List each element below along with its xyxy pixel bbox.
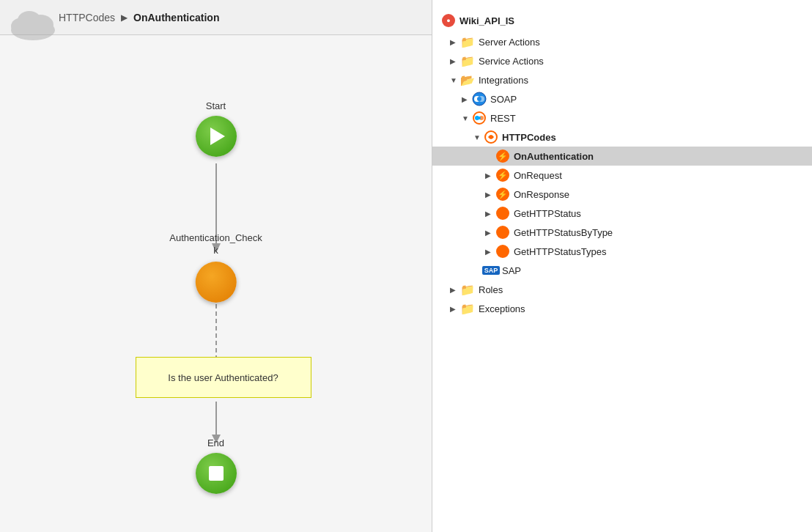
wiki-icon: ●: [442, 14, 455, 27]
left-panel: HTTPCodes ▶ OnAuthentication Start: [0, 0, 432, 532]
breadcrumb-action: OnAuthentication: [133, 12, 219, 23]
comment-box[interactable]: Is the user Authenticated?: [136, 357, 311, 398]
folder-icon-service-actions: 📁: [460, 53, 475, 68]
get-http-status-types-icon: [495, 244, 510, 259]
tree-item-integrations[interactable]: ▼ 📂 Integrations: [432, 70, 812, 89]
end-node: End: [196, 437, 237, 494]
tree-item-on-authentication[interactable]: ▶ ⚡ OnAuthentication: [432, 147, 812, 166]
sap-badge-icon: SAP: [482, 266, 501, 275]
tree-arrow-httpcodes: ▼: [473, 133, 484, 141]
on-response-icon: ⚡: [495, 187, 510, 202]
action-label: Authentication_Checkk: [169, 232, 262, 257]
start-node: Start: [196, 100, 237, 157]
folder-icon-server-actions: 📁: [460, 34, 475, 49]
httpcodes-icon: [484, 130, 498, 144]
get-http-status-types-label: GetHTTPStatusTypes: [514, 246, 606, 257]
tree-item-on-request[interactable]: ▶ ⚡ OnRequest: [432, 166, 812, 185]
bolt-icon-on-request: ⚡: [496, 169, 509, 182]
circle-icon-get-http-status-by-type: [496, 226, 509, 239]
tree-item-get-http-status[interactable]: ▶ GetHTTPStatus: [432, 204, 812, 223]
end-icon: [196, 453, 237, 494]
tree-item-on-response[interactable]: ▶ ⚡ OnResponse: [432, 185, 812, 204]
tree-arrow-get-http-status-by-type: ▶: [485, 229, 495, 237]
bolt-icon-on-response: ⚡: [496, 188, 509, 201]
tree-arrow-server-actions: ▶: [450, 38, 460, 46]
tree-arrow-soap: ▶: [462, 95, 472, 103]
on-request-label: OnRequest: [514, 170, 562, 181]
tree-item-sap[interactable]: ▶ SAP SAP: [432, 261, 812, 280]
folder-icon-roles: 📁: [460, 282, 475, 297]
end-label: End: [207, 437, 224, 448]
on-response-label: OnResponse: [514, 189, 569, 200]
tree-arrow-on-response: ▶: [485, 191, 495, 199]
tree-arrow-get-http-status: ▶: [485, 210, 495, 218]
circle-icon-get-http-status: [496, 207, 509, 220]
bolt-icon-on-auth: ⚡: [496, 149, 509, 163]
get-http-status-label: GetHTTPStatus: [514, 208, 581, 219]
tree-arrow-on-request: ▶: [485, 171, 495, 180]
tree-arrow-rest: ▼: [462, 114, 472, 122]
soap-icon: [472, 92, 487, 106]
get-http-status-by-type-icon: [495, 225, 510, 240]
tree-item-soap[interactable]: ▶ SOAP: [432, 89, 812, 108]
sap-icon: SAP: [484, 263, 498, 278]
rest-label: REST: [490, 113, 516, 124]
tree-item-service-actions[interactable]: ▶ 📁 Service Actions: [432, 51, 812, 70]
right-panel: ● Wiki_API_IS ▶ 📁 Server Actions ▶ 📁 Ser…: [432, 0, 812, 532]
tree-root[interactable]: ● Wiki_API_IS: [432, 6, 812, 32]
tree-arrow-get-http-status-types: ▶: [485, 248, 495, 256]
play-triangle-icon: [210, 128, 225, 145]
root-label: Wiki_API_IS: [459, 15, 514, 26]
flow-diagram: Start Authentication_Checkk Is the user …: [99, 78, 333, 489]
tree-arrow-roles: ▶: [450, 286, 460, 294]
get-http-status-icon: [495, 206, 510, 221]
soap-label: SOAP: [490, 94, 517, 105]
action-icon: [195, 262, 236, 303]
tree-item-get-http-status-types[interactable]: ▶ GetHTTPStatusTypes: [432, 242, 812, 261]
tree-arrow-exceptions: ▶: [450, 305, 460, 313]
circle-icon-get-http-status-types: [496, 245, 509, 258]
server-actions-label: Server Actions: [479, 37, 540, 48]
sap-label: SAP: [502, 265, 521, 276]
svg-point-3: [18, 11, 41, 30]
folder-icon-exceptions: 📁: [460, 301, 475, 316]
start-icon: [196, 116, 237, 157]
exceptions-label: Exceptions: [479, 303, 525, 314]
service-actions-label: Service Actions: [479, 56, 544, 67]
action-node[interactable]: Authentication_Checkk: [169, 232, 262, 303]
root-icon: ●: [441, 13, 456, 28]
tree-item-roles[interactable]: ▶ 📁 Roles: [432, 280, 812, 299]
svg-point-13: [477, 97, 481, 101]
tree-arrow-service-actions: ▶: [450, 57, 460, 65]
tree-arrow-integrations: ▼: [450, 76, 460, 84]
cloud-icon: [7, 4, 51, 34]
svg-point-17: [478, 117, 481, 119]
on-auth-label: OnAuthentication: [514, 151, 594, 162]
start-label: Start: [206, 100, 226, 111]
flow-area: Start Authentication_Checkk Is the user …: [0, 35, 432, 532]
tree-item-rest[interactable]: ▼ REST: [432, 108, 812, 128]
breadcrumb-module: HTTPCodes: [59, 12, 115, 23]
on-request-icon: ⚡: [495, 168, 510, 182]
tree-item-exceptions[interactable]: ▶ 📁 Exceptions: [432, 299, 812, 318]
breadcrumb-separator: ▶: [121, 12, 128, 23]
stop-square-icon: [209, 466, 224, 481]
tree-item-httpcodes[interactable]: ▼ HTTPCodes: [432, 128, 812, 147]
folder-icon-integrations: 📂: [460, 73, 475, 87]
rest-icon: [472, 111, 487, 125]
tree-item-server-actions[interactable]: ▶ 📁 Server Actions: [432, 32, 812, 51]
integrations-label: Integrations: [479, 75, 528, 86]
comment-text: Is the user Authenticated?: [168, 372, 278, 383]
tree-item-get-http-status-by-type[interactable]: ▶ GetHTTPStatusByType: [432, 223, 812, 242]
httpcodes-label: HTTPCodes: [502, 132, 556, 143]
on-auth-icon: ⚡: [495, 149, 510, 163]
get-http-status-by-type-label: GetHTTPStatusByType: [514, 227, 613, 238]
breadcrumb-bar: HTTPCodes ▶ OnAuthentication: [0, 0, 432, 35]
roles-label: Roles: [479, 284, 503, 295]
